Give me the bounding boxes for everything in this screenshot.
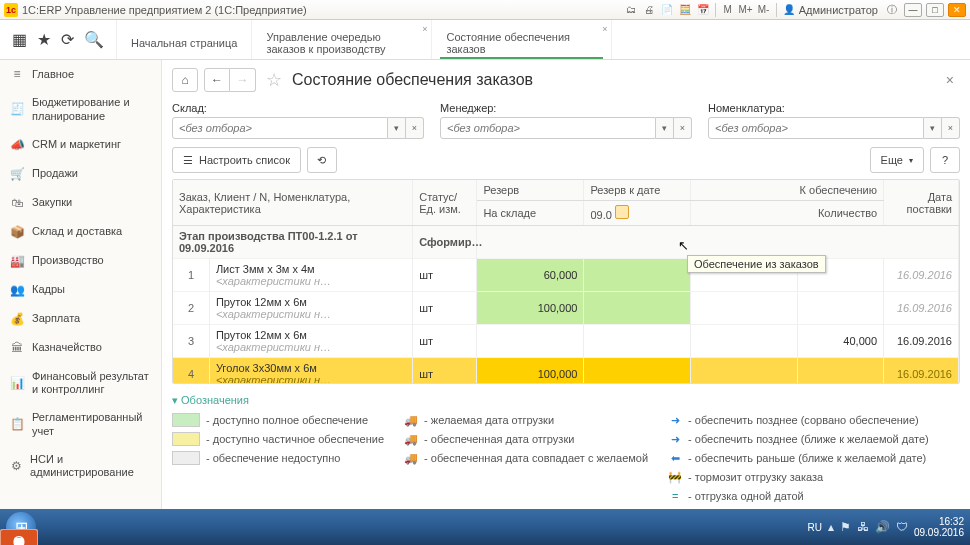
col-status[interactable]: Статус/Ед. изм. — [413, 180, 477, 226]
nav-crm[interactable]: 📣CRM и маркетинг — [0, 131, 161, 160]
tray-shield-icon[interactable]: 🛡 — [896, 520, 908, 534]
tab-close-icon[interactable]: × — [422, 24, 427, 34]
swatch-yellow — [172, 432, 200, 446]
arrow-left-icon: ⬅ — [668, 451, 682, 465]
budget-icon: 🧾 — [10, 102, 24, 117]
titlebar-tool-icon[interactable]: 🧮 — [677, 2, 693, 18]
titlebar-tool-icon[interactable]: 🗂 — [623, 2, 639, 18]
tab-close-icon[interactable]: × — [602, 24, 607, 34]
filter-manager-input[interactable] — [440, 117, 656, 139]
col-date[interactable]: 09.0 — [590, 209, 611, 221]
nav-main[interactable]: ≡Главное — [0, 60, 161, 89]
arrow-right-icon: ➜ — [668, 432, 682, 446]
sales-icon: 🛒 — [10, 167, 24, 182]
purchases-icon: 🛍 — [10, 196, 24, 211]
nav-admin[interactable]: ⚙НСИ и администрирование — [0, 446, 161, 488]
swatch-green — [172, 413, 200, 427]
list-toolbar: ☰Настроить список ⟲ Еще ▾ ? — [172, 147, 960, 173]
nav-sales[interactable]: 🛒Продажи — [0, 160, 161, 189]
nav-treasury[interactable]: 🏛Казначейство — [0, 334, 161, 363]
table-row[interactable]: 3Пруток 12мм х 6м <характеристики н… шт … — [173, 325, 959, 358]
clear-icon[interactable]: × — [674, 117, 692, 139]
nav-purchases[interactable]: 🛍Закупки — [0, 189, 161, 218]
favorite-icon[interactable]: ☆ — [266, 69, 282, 91]
close-button[interactable]: ✕ — [948, 3, 966, 17]
page-close-button[interactable]: × — [940, 70, 960, 90]
info-icon[interactable]: ⓘ — [884, 2, 900, 18]
truck-icon: 🚚 — [404, 451, 418, 465]
nav-warehouse[interactable]: 📦Склад и доставка — [0, 218, 161, 247]
help-button[interactable]: ? — [930, 147, 960, 173]
provide-icon — [615, 205, 629, 219]
dropdown-icon[interactable]: ▾ — [656, 117, 674, 139]
col-reserve-date[interactable]: Резерв к дате — [584, 180, 691, 201]
nav-finance[interactable]: 📊Финансовый результат и контроллинг — [0, 363, 161, 405]
tray-vol-icon[interactable]: 🔊 — [875, 520, 890, 534]
minimize-button[interactable]: — — [904, 3, 922, 17]
tabstrip-toolbox: ▦ ★ ⟳ 🔍 — [0, 20, 117, 59]
titlebar-tool-icon[interactable]: 📄 — [659, 2, 675, 18]
nav-production[interactable]: 🏭Производство — [0, 247, 161, 276]
sidebar: ≡Главное 🧾Бюджетирование и планирование … — [0, 60, 162, 509]
col-order[interactable]: Заказ, Клиент / N, Номенклатура, Характе… — [173, 180, 413, 226]
dropdown-icon[interactable]: ▾ — [388, 117, 406, 139]
tab-strip: ▦ ★ ⟳ 🔍 Начальная страница Управление оч… — [0, 20, 970, 60]
tray-net-icon[interactable]: 🖧 — [857, 520, 869, 534]
titlebar-tool-icon[interactable]: 🖨 — [641, 2, 657, 18]
list-icon: ☰ — [183, 154, 193, 167]
tray-lang[interactable]: RU — [807, 522, 821, 533]
table-stage-row[interactable]: Этап производства ПТ00-1.2.1 от 09.09.20… — [173, 226, 959, 259]
user-label[interactable]: Администратор — [799, 4, 878, 16]
equals-icon: = — [668, 489, 682, 503]
taskbar: ⊞ 🗂 1c 🦊 🖥 W O ⏺ RU ▴ ⚑ 🖧 🔊 🛡 16:3209.09… — [0, 509, 970, 545]
tab-queue[interactable]: Управление очередью заказов к производст… — [252, 20, 432, 59]
configure-list-button[interactable]: ☰Настроить список — [172, 147, 301, 173]
m-minus-button[interactable]: M- — [756, 2, 772, 18]
tray-clock[interactable]: 16:3209.09.2016 — [914, 516, 964, 538]
forward-button[interactable]: → — [230, 68, 256, 92]
filter-item-input[interactable] — [708, 117, 924, 139]
filter-warehouse-input[interactable] — [172, 117, 388, 139]
tray-flag-icon[interactable]: ⚑ — [840, 520, 851, 534]
titlebar-tool-icon[interactable]: 📅 — [695, 2, 711, 18]
maximize-button[interactable]: □ — [926, 3, 944, 17]
col-reserve[interactable]: Резерв — [477, 180, 584, 201]
clear-icon[interactable]: × — [942, 117, 960, 139]
filter-warehouse-label: Склад: — [172, 102, 424, 114]
table-row[interactable]: 1Лист 3мм х 3м х 4м <характеристики н… ш… — [173, 259, 959, 292]
col-in-stock[interactable]: На складе — [477, 201, 584, 226]
legend: Обозначения - доступно полное обеспечени… — [172, 394, 960, 503]
nav-hr[interactable]: 👥Кадры — [0, 276, 161, 305]
m-button[interactable]: M — [720, 2, 736, 18]
crm-icon: 📣 — [10, 138, 24, 153]
back-button[interactable]: ← — [204, 68, 230, 92]
taskbar-app-record[interactable]: ⏺ — [0, 529, 38, 545]
system-tray: RU ▴ ⚑ 🖧 🔊 🛡 16:3209.09.2016 — [807, 516, 964, 538]
legend-title[interactable]: Обозначения — [172, 394, 960, 407]
home-button[interactable]: ⌂ — [172, 68, 198, 92]
history-icon[interactable]: ⟳ — [61, 30, 74, 49]
stop-icon: 🚧 — [668, 470, 682, 484]
warehouse-icon: 📦 — [10, 225, 24, 240]
col-qty[interactable]: Количество — [691, 201, 884, 226]
table-row-selected[interactable]: 4Уголок 3х30мм х 6м <характеристики н… ш… — [173, 358, 959, 385]
clear-icon[interactable]: × — [406, 117, 424, 139]
dropdown-icon[interactable]: ▾ — [924, 117, 942, 139]
nav-salary[interactable]: 💰Зарплата — [0, 305, 161, 334]
col-to-provide[interactable]: К обеспечению — [691, 180, 884, 201]
tab-start[interactable]: Начальная страница — [117, 20, 252, 59]
tray-arrow-icon[interactable]: ▴ — [828, 520, 834, 534]
grid-icon[interactable]: ▦ — [12, 30, 27, 49]
swatch-none — [172, 451, 200, 465]
nav-budget[interactable]: 🧾Бюджетирование и планирование — [0, 89, 161, 131]
m-plus-button[interactable]: M+ — [738, 2, 754, 18]
search-icon[interactable]: 🔍 — [84, 30, 104, 49]
table-row[interactable]: 2Пруток 12мм х 6м <характеристики н… шт … — [173, 292, 959, 325]
star-icon[interactable]: ★ — [37, 30, 51, 49]
refresh-button[interactable]: ⟲ — [307, 147, 337, 173]
filters: Склад: ▾ × Менеджер: ▾ × Н — [172, 102, 960, 139]
more-button[interactable]: Еще ▾ — [870, 147, 924, 173]
nav-regulated[interactable]: 📋Регламентированный учет — [0, 404, 161, 446]
tab-state[interactable]: Состояние обеспечения заказов× — [432, 20, 612, 59]
col-delivery[interactable]: Дата поставки — [884, 180, 959, 226]
